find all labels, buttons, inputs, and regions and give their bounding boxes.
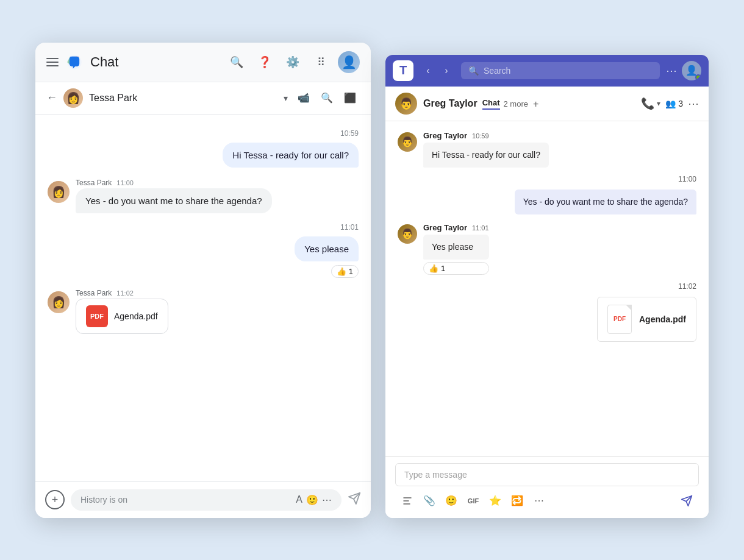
gchat-search-conv-button[interactable]: 🔍 bbox=[317, 88, 337, 108]
teams-attach-button[interactable]: 📎 bbox=[420, 491, 439, 511]
teams-input-placeholder: Type a message bbox=[404, 470, 690, 480]
teams-format-button[interactable] bbox=[398, 491, 417, 511]
teams-search-placeholder: Search bbox=[484, 66, 510, 76]
teams-reaction-emoji: 👍 bbox=[429, 264, 438, 273]
gchat-topbar: Chat 🔍 ❓ ⚙️ ⠿ 👤 bbox=[35, 43, 371, 82]
teams-sticker-button[interactable]: ⭐ bbox=[485, 491, 505, 511]
teams-bubble-2: Yes - do you want me to share the agenda… bbox=[515, 190, 696, 214]
gchat-format-icon[interactable]: A bbox=[296, 494, 302, 505]
teams-conv-info: Greg Taylor Chat 2 more + bbox=[423, 97, 635, 110]
teams-logo: T bbox=[393, 60, 413, 81]
table-row: 👩 Tessa Park 11:02 PDF Agenda.pdf bbox=[48, 289, 359, 334]
table-row: Hi Tessa - ready for our call? bbox=[48, 143, 359, 168]
greg-sender-name: Greg Taylor bbox=[423, 131, 467, 140]
teams-message-input[interactable]: Type a message bbox=[395, 463, 699, 486]
gchat-user-avatar[interactable]: 👤 bbox=[338, 51, 360, 73]
table-row: 👨 Greg Taylor 11:01 Yes please 👍 1 bbox=[398, 223, 696, 275]
teams-toolbar: 📎 🙂 GIF ⭐ 🔁 ⋯ bbox=[395, 491, 699, 511]
tessa-avatar-msg4: 👩 bbox=[48, 291, 70, 313]
gchat-emoji-icon[interactable]: 🙂 bbox=[306, 494, 318, 506]
gchat-settings-button[interactable]: ⚙️ bbox=[282, 51, 304, 73]
gchat-search-button[interactable]: 🔍 bbox=[226, 51, 248, 73]
gchat-send-button[interactable] bbox=[348, 492, 361, 508]
teams-pdf-attachment[interactable]: PDF Agenda.pdf bbox=[597, 297, 696, 342]
teams-user-avatar[interactable]: 👤 bbox=[682, 61, 701, 80]
teams-tab-more[interactable]: 2 more bbox=[504, 99, 528, 108]
table-row: 👨 Greg Taylor 10:59 Hi Tessa - ready for… bbox=[398, 131, 696, 168]
gchat-msg-group-2: 👩 Tessa Park 11:00 Yes - do you want me … bbox=[48, 179, 359, 216]
pdf-filename: Agenda.pdf bbox=[114, 311, 158, 321]
teams-pdf-icon: PDF bbox=[607, 305, 632, 334]
reaction-count: 1 bbox=[349, 267, 353, 276]
gchat-pdf-attachment[interactable]: PDF Agenda.pdf bbox=[76, 299, 168, 334]
gchat-input-placeholder: History is on bbox=[80, 495, 291, 505]
greg-avatar-m1: 👨 bbox=[398, 132, 417, 152]
msg-sender-tessa-2: Tessa Park bbox=[76, 289, 112, 297]
teams-tab-add-button[interactable]: + bbox=[533, 99, 538, 110]
table-row: 👩 Tessa Park 11:00 Yes - do you want me … bbox=[48, 179, 359, 213]
msg-sender-tessa: Tessa Park bbox=[76, 179, 112, 187]
gchat-input-box[interactable]: History is on A 🙂 ⋯ bbox=[71, 489, 342, 511]
gchat-back-button[interactable]: ← bbox=[46, 91, 57, 104]
gchat-conv-name: Tessa Park bbox=[89, 93, 277, 104]
gchat-msg-group-4: 👩 Tessa Park 11:02 PDF Agenda.pdf bbox=[48, 289, 359, 336]
msg-time-1100: 11:00 bbox=[116, 179, 134, 186]
teams-reaction-thumbsup[interactable]: 👍 1 bbox=[423, 262, 489, 275]
teams-more-button[interactable]: ⋯ bbox=[666, 64, 677, 77]
reaction-emoji: 👍 bbox=[337, 267, 346, 276]
gchat-bubble-sent-1: Hi Tessa - ready for our call? bbox=[223, 143, 359, 168]
teams-gif-button[interactable]: GIF bbox=[463, 491, 483, 511]
teams-bubble-3: Yes please bbox=[423, 235, 489, 260]
teams-forward-button[interactable]: › bbox=[438, 62, 455, 79]
gchat-input-area: + History is on A 🙂 ⋯ bbox=[35, 481, 371, 518]
teams-greg-avatar: 👨 bbox=[395, 93, 417, 115]
gchat-add-button[interactable]: + bbox=[45, 490, 65, 509]
teams-more-actions-button[interactable]: ⋯ bbox=[529, 491, 549, 511]
greg-avatar-m3: 👨 bbox=[398, 224, 417, 244]
teams-conv-actions: 📞 ▾ 👥 3 ⋯ bbox=[641, 97, 699, 110]
teams-send-button[interactable] bbox=[677, 491, 696, 511]
gchat-bubble-sent-3: Yes please bbox=[295, 236, 359, 261]
teams-back-button[interactable]: ‹ bbox=[420, 62, 437, 79]
teams-messages-area: 👨 Greg Taylor 10:59 Hi Tessa - ready for… bbox=[385, 121, 709, 456]
tessa-avatar-msg2: 👩 bbox=[48, 181, 70, 203]
teams-emoji-button[interactable]: 🙂 bbox=[442, 491, 461, 511]
teams-phone-icon: 📞 bbox=[641, 97, 654, 110]
teams-people-icon: 👥 bbox=[665, 99, 676, 108]
hamburger-menu-icon[interactable] bbox=[46, 58, 59, 66]
msg-time-1101: 11:01 bbox=[48, 223, 359, 232]
table-row: Yes please 👍 1 bbox=[48, 236, 359, 278]
msg-time-1059: 10:59 bbox=[48, 129, 359, 138]
teams-pdf-filename: Agenda.pdf bbox=[639, 314, 686, 324]
pdf-icon: PDF bbox=[86, 305, 108, 327]
teams-search-icon: 🔍 bbox=[468, 66, 479, 76]
gchat-layout-button[interactable]: ⬛ bbox=[340, 88, 360, 108]
teams-msg-content-1: Greg Taylor 10:59 Hi Tessa - ready for o… bbox=[423, 131, 549, 168]
gchat-messages-area: 10:59 Hi Tessa - ready for our call? 👩 T… bbox=[35, 115, 371, 481]
teams-call-button[interactable]: 📞 ▾ bbox=[641, 97, 660, 110]
teams-people-count: 3 bbox=[678, 99, 683, 108]
teams-window: T ‹ › 🔍 Search ⋯ 👤 👨 bbox=[385, 55, 709, 518]
gchat-logo-icon bbox=[65, 52, 84, 72]
gchat-video-button[interactable]: 📹 bbox=[294, 88, 313, 108]
teams-input-area: Type a message 📎 🙂 GIF ⭐ 🔁 ⋯ bbox=[385, 456, 709, 518]
gchat-help-button[interactable]: ❓ bbox=[254, 51, 276, 73]
teams-bubble-1: Hi Tessa - ready for our call? bbox=[423, 143, 549, 168]
gchat-title: Chat bbox=[90, 54, 220, 70]
gchat-dropdown-icon[interactable]: ▾ bbox=[284, 93, 288, 103]
teams-msg-time-1102: 11:02 bbox=[398, 282, 696, 291]
teams-search-bar[interactable]: 🔍 Search bbox=[461, 62, 660, 79]
msg-time-teams-1059: 10:59 bbox=[472, 132, 489, 140]
greg-sender-name-2: Greg Taylor bbox=[423, 223, 467, 232]
gchat-reaction-thumbsup[interactable]: 👍 1 bbox=[331, 265, 359, 278]
teams-people-button[interactable]: 👥 3 bbox=[665, 99, 683, 108]
teams-conv-name: Greg Taylor bbox=[423, 98, 478, 109]
teams-tab-chat[interactable]: Chat bbox=[482, 98, 500, 110]
teams-loop-button[interactable]: 🔁 bbox=[507, 491, 527, 511]
gchat-bubble-received-2: Yes - do you want me to share the agenda… bbox=[76, 188, 272, 213]
teams-more-conv-button[interactable]: ⋯ bbox=[688, 97, 699, 110]
gchat-apps-button[interactable]: ⠿ bbox=[310, 51, 332, 73]
gchat-more-input-icon[interactable]: ⋯ bbox=[322, 494, 332, 506]
teams-msg-group-3: 👨 Greg Taylor 11:01 Yes please 👍 1 bbox=[398, 223, 696, 276]
teams-topbar: T ‹ › 🔍 Search ⋯ 👤 bbox=[385, 55, 709, 87]
